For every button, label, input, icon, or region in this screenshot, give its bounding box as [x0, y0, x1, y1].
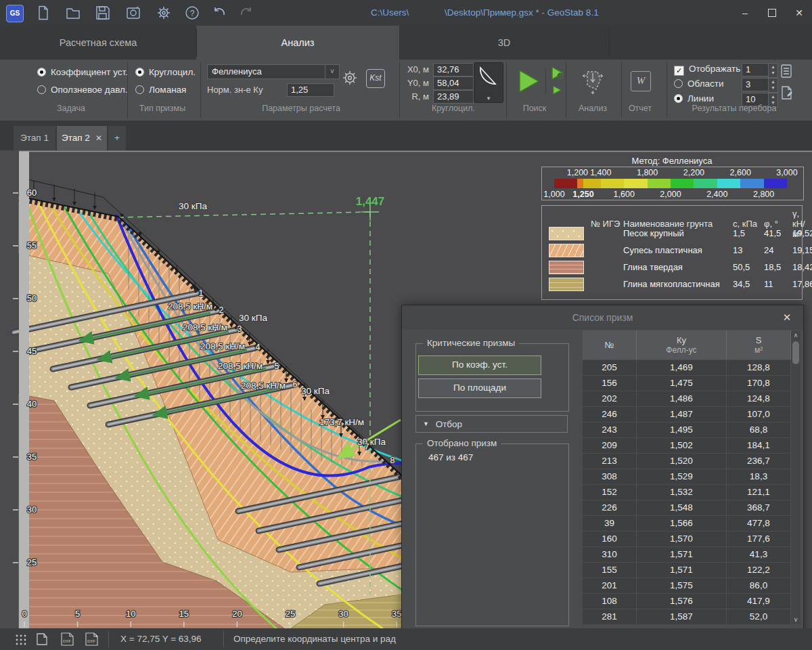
stage-tab-2[interactable]: Этап 2✕: [57, 126, 107, 150]
svg-text:3: 3: [238, 324, 242, 334]
legend-tick-label: 1,000: [543, 190, 564, 199]
prism-table-row[interactable]: 1601,570177,6: [583, 532, 791, 546]
chevron-down-icon: ˅: [325, 65, 339, 79]
prism-table-row[interactable]: 3101,57141,3: [583, 547, 791, 562]
radio-polyline[interactable]: Ломаная: [135, 84, 186, 96]
svg-text:7: 7: [365, 442, 369, 452]
page-icon[interactable]: [35, 632, 49, 646]
prism-table-row[interactable]: 1551,571122,2: [583, 563, 791, 578]
close-icon[interactable]: ✕: [779, 309, 795, 326]
panel-title[interactable]: Список призм: [402, 305, 803, 330]
svg-text:5: 5: [275, 362, 279, 371]
search-options-button[interactable]: [549, 65, 566, 81]
y0-input[interactable]: [433, 77, 474, 90]
prism-table-row[interactable]: 3081,52918,3: [583, 469, 791, 484]
radio-landslide-pressure[interactable]: Оползневое давл.: [37, 84, 128, 96]
method-dropdown[interactable]: Феллениуса˅: [207, 64, 340, 79]
prism-table-row[interactable]: 2431,49568,8: [583, 422, 791, 437]
word-report-button[interactable]: W: [631, 71, 651, 91]
prism-table-row[interactable]: 2051,469128,8: [583, 360, 791, 375]
search-step-button[interactable]: [551, 84, 563, 96]
display-count-spinner[interactable]: 1▲▼: [742, 63, 769, 77]
by-area-button[interactable]: По площади: [418, 378, 541, 398]
legend-color-segment: [648, 179, 671, 188]
prism-table-row[interactable]: 1561,475170,8: [583, 376, 791, 391]
minimize-button[interactable]: –: [735, 5, 755, 20]
results-list-icon[interactable]: [780, 64, 793, 79]
tab-separator: [196, 28, 197, 57]
dxf-export-icon[interactable]: DXF: [60, 632, 76, 646]
table-scrollbar[interactable]: ∧ ∨: [791, 330, 800, 624]
legend-color-segment: [624, 179, 647, 188]
grid-snap-icon[interactable]: [15, 634, 27, 646]
settings-gear-icon[interactable]: [156, 5, 172, 21]
svg-text:50: 50: [27, 293, 37, 303]
prism-table-row[interactable]: 2811,58752,0: [583, 609, 791, 624]
run-search-button[interactable]: [513, 66, 543, 96]
radio-circular[interactable]: Круглоцил.: [135, 66, 196, 79]
tab-3d[interactable]: 3D: [399, 26, 609, 60]
prism-table-row[interactable]: 391,566477,8: [583, 516, 791, 531]
areas-radio[interactable]: Области: [674, 78, 724, 90]
add-stage-button[interactable]: +: [108, 126, 126, 150]
prism-table-row[interactable]: 2091,502184,1: [583, 438, 791, 453]
calc-settings-gear-icon[interactable]: [340, 68, 359, 87]
scroll-up-icon[interactable]: ∧: [791, 330, 800, 340]
save-icon[interactable]: [95, 5, 111, 21]
scroll-down-icon[interactable]: ∨: [791, 615, 800, 624]
radio-icon: [674, 79, 683, 88]
x0-input[interactable]: [433, 63, 474, 77]
spinner-arrows-icon[interactable]: ▲▼: [768, 78, 778, 93]
svg-text:0: 0: [22, 609, 26, 619]
analysis-prism-icon[interactable]: [579, 66, 606, 95]
prism-table-row[interactable]: 2461,487107,0: [583, 407, 791, 422]
chevron-down-icon: ▼: [474, 95, 503, 102]
results-doc-icon[interactable]: [780, 85, 793, 100]
app-logo: GS: [6, 5, 24, 22]
prism-table-header[interactable]: № КуФелл-ус Sм²: [583, 330, 791, 360]
prism-table-row[interactable]: 2261,548368,7: [583, 500, 791, 515]
prism-list-panel[interactable]: Список призм ✕ Критические призмы По коэ…: [401, 305, 804, 647]
svg-text:30 кПа: 30 кПа: [179, 201, 207, 211]
prism-table[interactable]: № КуФелл-ус Sм² 2051,469128,81561,475170…: [583, 330, 791, 624]
close-button[interactable]: ✕: [789, 5, 809, 20]
open-folder-icon[interactable]: [65, 5, 81, 21]
snapshot-icon[interactable]: [125, 5, 141, 21]
status-message: Определите координаты центра и рад: [233, 628, 400, 650]
x0-label: X0, м: [406, 64, 429, 76]
prism-table-row[interactable]: 1081,576417,9: [583, 594, 791, 609]
prism-table-row[interactable]: 1521,532121,1: [583, 485, 791, 500]
spinner-arrows-icon[interactable]: ▲▼: [768, 63, 778, 78]
maximize-icon: [768, 9, 776, 17]
close-stage-icon[interactable]: ✕: [95, 133, 102, 143]
slip-circle-button[interactable]: ▼: [474, 62, 503, 103]
radio-coefficient[interactable]: Коэффициент уст.: [37, 66, 128, 79]
svg-text:10: 10: [126, 609, 135, 619]
areas-count-spinner[interactable]: 3▲▼: [742, 78, 769, 91]
display-checkbox[interactable]: ✓Отображать: [674, 63, 740, 75]
app-window: GS ? C:\Users\ \Desktop\Пример.gsx * - G…: [0, 0, 812, 650]
tab-separator: [609, 28, 610, 57]
norm-k-input[interactable]: [287, 83, 334, 97]
prism-table-row[interactable]: 2131,520236,7: [583, 454, 791, 469]
undo-icon[interactable]: [211, 5, 227, 21]
prism-table-row[interactable]: 2011,57586,0: [583, 578, 791, 593]
prism-table-row[interactable]: 2021,486124,8: [583, 391, 791, 406]
dxf-import-icon[interactable]: DXF: [84, 632, 100, 646]
redo-icon[interactable]: [238, 5, 254, 21]
selection-collapsible[interactable]: ▼ Отбор: [415, 415, 568, 433]
help-icon[interactable]: ?: [184, 5, 200, 21]
legend-tick-label: 2,400: [706, 190, 727, 199]
by-coefficient-button[interactable]: По коэф. уст.: [418, 355, 541, 375]
tab-analysis[interactable]: Анализ: [196, 26, 399, 60]
svg-text:30 кПа: 30 кПа: [357, 437, 386, 447]
legend-color-segment: [671, 179, 694, 188]
stage-tab-1[interactable]: Этап 1: [14, 126, 55, 150]
scrollbar-thumb[interactable]: [792, 341, 799, 364]
maximize-button[interactable]: [762, 5, 782, 20]
svg-text:1,447: 1,447: [356, 195, 385, 208]
group-label-prism-type: Тип призмы: [125, 102, 200, 115]
tab-calc-scheme[interactable]: Расчетная схема: [0, 26, 196, 60]
new-file-icon[interactable]: [35, 5, 51, 21]
kst-button[interactable]: Kst: [366, 69, 385, 88]
